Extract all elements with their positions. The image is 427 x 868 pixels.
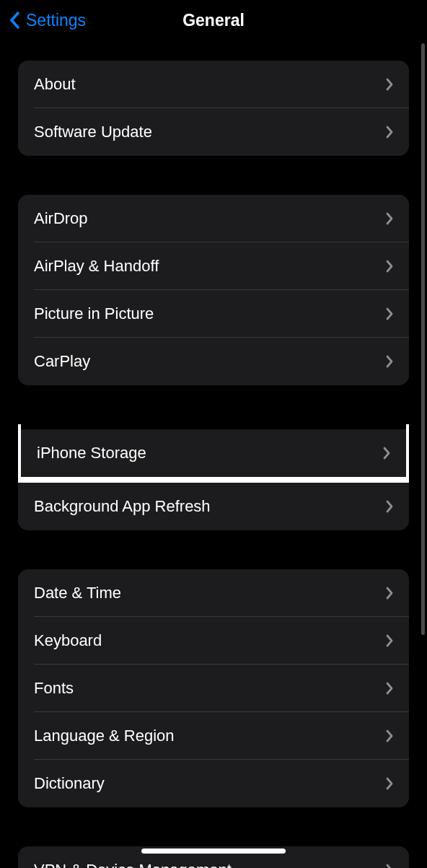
settings-group-part: Background App Refresh bbox=[18, 483, 409, 530]
page-title: General bbox=[182, 11, 245, 30]
row-label: CarPlay bbox=[34, 352, 90, 371]
chevron-right-icon bbox=[386, 355, 393, 368]
settings-group: AirDrop AirPlay & Handoff Picture in Pic… bbox=[18, 195, 409, 385]
chevron-right-icon bbox=[386, 126, 393, 139]
row-label: VPN & Device Management bbox=[34, 861, 232, 868]
chevron-right-icon bbox=[386, 777, 393, 790]
row-label: AirPlay & Handoff bbox=[34, 257, 159, 276]
chevron-right-icon bbox=[386, 682, 393, 695]
row-label: Software Update bbox=[34, 123, 152, 141]
row-label: Language & Region bbox=[34, 727, 175, 745]
row-label: About bbox=[34, 75, 76, 94]
chevron-right-icon bbox=[386, 587, 393, 600]
row-label: Date & Time bbox=[34, 584, 121, 602]
back-button[interactable]: Settings bbox=[9, 10, 86, 30]
back-label: Settings bbox=[26, 11, 86, 30]
home-indicator[interactable] bbox=[141, 849, 286, 854]
scrollbar[interactable] bbox=[421, 43, 425, 635]
settings-group: iPhone Storage Background App Refresh bbox=[18, 424, 409, 530]
row-label: Dictionary bbox=[34, 774, 105, 793]
chevron-right-icon bbox=[386, 864, 393, 868]
row-label: Picture in Picture bbox=[34, 304, 154, 323]
highlight-box: iPhone Storage bbox=[18, 424, 409, 483]
row-software-update[interactable]: Software Update bbox=[18, 108, 409, 156]
row-fonts[interactable]: Fonts bbox=[18, 665, 409, 712]
row-iphone-storage[interactable]: iPhone Storage bbox=[21, 429, 406, 477]
chevron-right-icon bbox=[386, 260, 393, 273]
settings-group: Date & Time Keyboard Fonts Language & Re… bbox=[18, 569, 409, 807]
settings-content: About Software Update AirDrop AirPlay & … bbox=[0, 61, 427, 868]
row-about[interactable]: About bbox=[18, 61, 409, 108]
chevron-right-icon bbox=[386, 212, 393, 225]
row-label: iPhone Storage bbox=[37, 444, 146, 463]
chevron-right-icon bbox=[386, 307, 393, 320]
row-carplay[interactable]: CarPlay bbox=[18, 338, 409, 385]
chevron-right-icon bbox=[386, 500, 393, 513]
row-airdrop[interactable]: AirDrop bbox=[18, 195, 409, 242]
row-dictionary[interactable]: Dictionary bbox=[18, 760, 409, 807]
row-label: AirDrop bbox=[34, 209, 88, 228]
chevron-right-icon bbox=[383, 447, 390, 460]
chevron-right-icon bbox=[386, 78, 393, 91]
row-date-time[interactable]: Date & Time bbox=[18, 569, 409, 617]
row-background-app-refresh[interactable]: Background App Refresh bbox=[18, 483, 409, 530]
settings-group: About Software Update bbox=[18, 61, 409, 156]
row-language-region[interactable]: Language & Region bbox=[18, 712, 409, 760]
row-airplay-handoff[interactable]: AirPlay & Handoff bbox=[18, 242, 409, 290]
row-label: Keyboard bbox=[34, 631, 102, 650]
chevron-right-icon bbox=[386, 729, 393, 742]
row-label: Background App Refresh bbox=[34, 497, 211, 516]
row-picture-in-picture[interactable]: Picture in Picture bbox=[18, 290, 409, 338]
chevron-right-icon bbox=[386, 634, 393, 647]
row-label: Fonts bbox=[34, 679, 74, 698]
navigation-bar: Settings General bbox=[0, 0, 427, 40]
row-keyboard[interactable]: Keyboard bbox=[18, 617, 409, 665]
chevron-left-icon bbox=[9, 10, 22, 30]
